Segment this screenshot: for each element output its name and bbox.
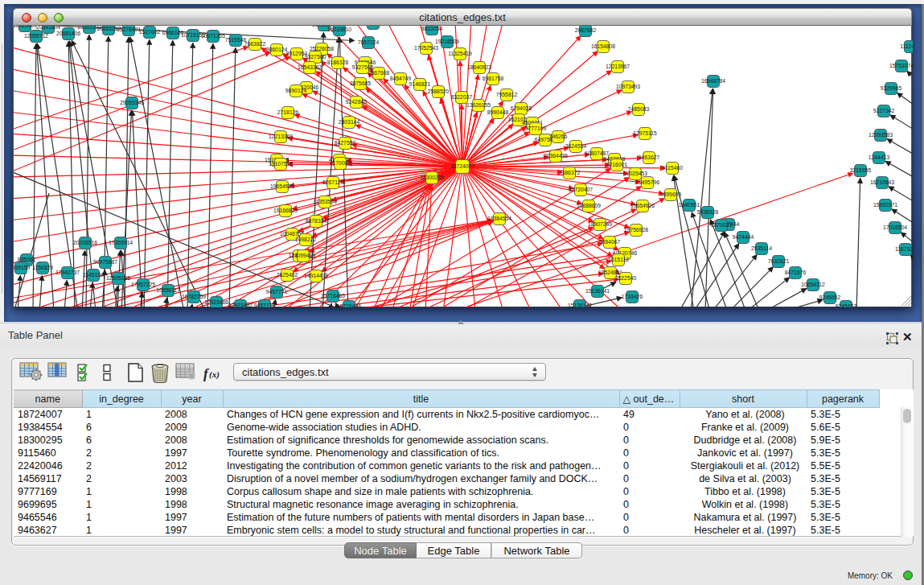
svg-text:19107556: 19107556 <box>269 161 293 167</box>
svg-text:1527602: 1527602 <box>139 29 161 35</box>
svg-text:12093583: 12093583 <box>869 132 893 138</box>
svg-text:9777169: 9777169 <box>525 126 547 131</box>
svg-text:9146821: 9146821 <box>409 81 431 87</box>
svg-text:10973493: 10973493 <box>616 84 640 89</box>
svg-text:8322037: 8322037 <box>451 94 473 100</box>
svg-text:19218506: 19218506 <box>435 39 459 44</box>
svg-text:3624554: 3624554 <box>565 143 587 149</box>
svg-text:15692971: 15692971 <box>873 202 897 208</box>
svg-text:7485083: 7485083 <box>628 106 650 112</box>
svg-text:17359914: 17359914 <box>109 240 133 245</box>
svg-text:29053346: 29053346 <box>120 100 144 105</box>
svg-text:18907249: 18907249 <box>588 221 612 227</box>
svg-text:16543362: 16543362 <box>298 64 322 70</box>
svg-text:7632621: 7632621 <box>768 258 790 264</box>
svg-text:16154808: 16154808 <box>591 43 615 49</box>
svg-text:7515546: 7515546 <box>225 37 247 43</box>
svg-text:19654926: 19654926 <box>630 203 655 208</box>
svg-text:10807487: 10807487 <box>585 150 609 156</box>
svg-text:11353594: 11353594 <box>313 199 337 204</box>
svg-text:2803144: 2803144 <box>339 119 360 125</box>
svg-text:17052543: 17052543 <box>414 45 438 51</box>
svg-text:1156829: 1156829 <box>32 265 53 270</box>
svg-text:2087682: 2087682 <box>575 27 597 33</box>
svg-text:16033810: 16033810 <box>327 27 351 32</box>
svg-text:10025453: 10025453 <box>623 171 647 176</box>
svg-text:7663822: 7663822 <box>244 41 266 47</box>
svg-text:14914479: 14914479 <box>304 273 328 278</box>
svg-text:12975115: 12975115 <box>633 130 657 136</box>
svg-text:2522540: 2522540 <box>615 275 637 281</box>
svg-text:9899695: 9899695 <box>660 192 682 197</box>
svg-text:4170089: 4170089 <box>330 160 351 166</box>
svg-text:7386372: 7386372 <box>559 170 581 175</box>
svg-text:19384554: 19384554 <box>487 216 511 221</box>
svg-text:15278401: 15278401 <box>117 27 141 32</box>
svg-text:9242845: 9242845 <box>346 99 368 105</box>
svg-text:17016504: 17016504 <box>883 225 907 230</box>
svg-text:16648784: 16648784 <box>701 78 725 84</box>
svg-text:9245652: 9245652 <box>819 295 841 300</box>
svg-text:6870021: 6870021 <box>711 222 733 228</box>
svg-text:19166829: 19166829 <box>273 208 298 213</box>
svg-text:18640923: 18640923 <box>467 64 491 70</box>
svg-text:2935114: 2935114 <box>751 245 772 251</box>
svg-text:15751074: 15751074 <box>889 63 913 68</box>
svg-text:7625402: 7625402 <box>277 272 298 278</box>
svg-text:1498222: 1498222 <box>295 237 317 242</box>
svg-text:16210643: 16210643 <box>870 179 894 185</box>
svg-text:8454749: 8454749 <box>390 76 412 81</box>
svg-text:18300295: 18300295 <box>420 175 444 180</box>
svg-text:10654112: 10654112 <box>801 282 825 287</box>
svg-text:2588520: 2588520 <box>428 89 450 94</box>
svg-text:2367608: 2367608 <box>368 70 390 76</box>
svg-text:8990448: 8990448 <box>487 109 509 115</box>
svg-text:10958117: 10958117 <box>156 287 180 293</box>
svg-text:12942737: 12942737 <box>55 270 80 275</box>
svg-text:15716465: 15716465 <box>321 293 345 299</box>
svg-text:19654925: 19654925 <box>270 183 294 189</box>
svg-text:9890124: 9890124 <box>285 88 307 93</box>
svg-text:8186328: 8186328 <box>327 60 349 65</box>
svg-text:90975887: 90975887 <box>93 259 117 265</box>
svg-text:9463627: 9463627 <box>639 154 660 160</box>
svg-text:2718126: 2718126 <box>277 109 299 115</box>
svg-text:1615112: 1615112 <box>608 257 629 262</box>
svg-text:20206516: 20206516 <box>73 240 97 245</box>
svg-text:19756928: 19756928 <box>624 227 648 233</box>
svg-text:7857224: 7857224 <box>358 39 380 45</box>
svg-text:18524851: 18524851 <box>598 270 622 275</box>
svg-text:8471676: 8471676 <box>785 270 807 275</box>
svg-text:9457771: 9457771 <box>266 289 288 295</box>
svg-text:6216001: 6216001 <box>606 162 628 167</box>
svg-text:5938928: 5938928 <box>697 209 719 215</box>
svg-text:15136142: 15136142 <box>568 303 592 307</box>
svg-text:3215955: 3215955 <box>850 167 872 173</box>
svg-text:1167533: 1167533 <box>895 246 913 252</box>
svg-text:1640951: 1640951 <box>679 202 700 208</box>
svg-text:1145194: 1145194 <box>83 272 104 278</box>
svg-text:12213369: 12213369 <box>269 134 293 139</box>
svg-text:14099489: 14099489 <box>291 253 315 258</box>
svg-text:9457772: 9457772 <box>254 303 276 307</box>
svg-text:12055712: 12055712 <box>24 33 48 39</box>
svg-text:20364436: 20364436 <box>544 153 568 159</box>
svg-text:6794028: 6794028 <box>511 105 532 111</box>
svg-text:8813054: 8813054 <box>421 26 443 31</box>
svg-text:12923467: 12923467 <box>228 303 253 307</box>
svg-text:8860124: 8860124 <box>266 47 288 52</box>
svg-text:12213967: 12213967 <box>606 64 630 69</box>
svg-text:9474444: 9474444 <box>733 234 754 240</box>
svg-text:12505185: 12505185 <box>106 275 130 281</box>
svg-text:15716466: 15716466 <box>337 303 361 307</box>
svg-text:10671355: 10671355 <box>201 33 225 39</box>
svg-text:8878334: 8878334 <box>306 218 327 224</box>
svg-text:8267110: 8267110 <box>322 179 343 185</box>
svg-text:12923466: 12923466 <box>204 299 228 305</box>
svg-text:18724007: 18724007 <box>450 163 474 169</box>
svg-text:9329965: 9329965 <box>881 85 902 91</box>
svg-text:9227342: 9227342 <box>873 108 895 113</box>
svg-text:13626155: 13626155 <box>466 102 491 108</box>
svg-text:15136141: 15136141 <box>585 288 610 294</box>
svg-text:(x): (x) <box>209 369 220 380</box>
